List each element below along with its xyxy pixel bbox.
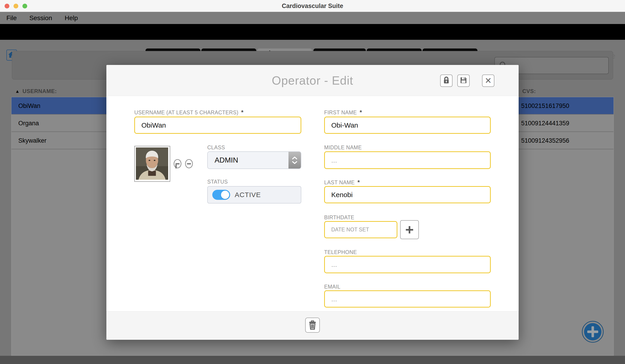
email-label: EMAIL [324, 284, 341, 290]
operator-edit-dialog: Operator - Edit ✕ [106, 65, 519, 340]
status-label: STATUS [207, 179, 228, 185]
close-icon: ✕ [485, 76, 492, 86]
save-icon [460, 76, 467, 85]
sort-ascending-icon: ▲ [15, 89, 20, 94]
lock-icon [442, 76, 450, 85]
titlebar: Cardiovascular Suite [0, 0, 625, 12]
last-name-label: LAST NAME* [324, 179, 360, 186]
telephone-label: TELEPHONE [324, 249, 357, 255]
window-bottom-strip [0, 356, 625, 364]
trash-icon [308, 320, 317, 330]
username-field[interactable]: ObiWan [134, 117, 301, 134]
plus-icon [405, 225, 414, 235]
status-box: ACTIVE [207, 186, 301, 204]
remove-photo-button[interactable] [185, 159, 193, 168]
portrait-image [136, 148, 168, 180]
status-value: ACTIVE [235, 186, 261, 203]
app-window: Cardiovascular Suite File Session Help S… [0, 0, 625, 364]
delete-operator-button[interactable] [305, 318, 320, 333]
toggle-knob [221, 191, 229, 199]
middle-name-field[interactable]: ... [324, 151, 491, 169]
menu-session[interactable]: Session [29, 14, 52, 22]
username-column-header[interactable]: ▲ USERNAME: [15, 88, 57, 94]
save-button[interactable] [457, 75, 470, 87]
dialog-title: Operator - Edit [106, 65, 519, 96]
email-field[interactable]: ... [324, 290, 491, 307]
chevron-up-icon [292, 156, 297, 160]
username-label: USERNAME (AT LEAST 5 CHARACTERS)* [134, 109, 244, 116]
class-select[interactable]: ADMIN [207, 151, 301, 169]
window-title: Cardiovascular Suite [0, 0, 625, 12]
birthdate-label: BIRTHDATE [324, 214, 354, 221]
add-birthdate-button[interactable] [400, 220, 419, 239]
add-operator-button[interactable] [582, 321, 604, 343]
close-button[interactable]: ✕ [482, 75, 494, 87]
middle-name-label: MIDDLE NAME [324, 145, 362, 151]
first-name-label: FIRST NAME* [324, 109, 362, 116]
plus-icon [175, 163, 180, 164]
class-label: CLASS [207, 145, 225, 151]
telephone-field[interactable]: ... [324, 256, 491, 273]
minus-icon [187, 163, 191, 164]
operator-photo[interactable] [134, 146, 170, 182]
chevron-down-icon [292, 161, 297, 164]
add-photo-button[interactable] [174, 159, 181, 168]
lock-button[interactable] [440, 75, 453, 87]
plus-circle-icon [582, 321, 604, 343]
last-name-field[interactable]: Kenobi [324, 186, 491, 203]
birthdate-field[interactable]: DATE NOT SET [324, 221, 397, 238]
menubar: File Session Help [0, 12, 625, 24]
menu-file[interactable]: File [6, 14, 17, 22]
menu-help[interactable]: Help [65, 14, 78, 22]
status-toggle[interactable] [212, 190, 230, 200]
select-stepper[interactable] [288, 152, 301, 169]
nav-bar: Studies Patients Operators Institutes [0, 24, 625, 40]
cvs-column-header[interactable]: CVS: [522, 88, 536, 94]
first-name-field[interactable]: Obi-Wan [324, 117, 491, 134]
